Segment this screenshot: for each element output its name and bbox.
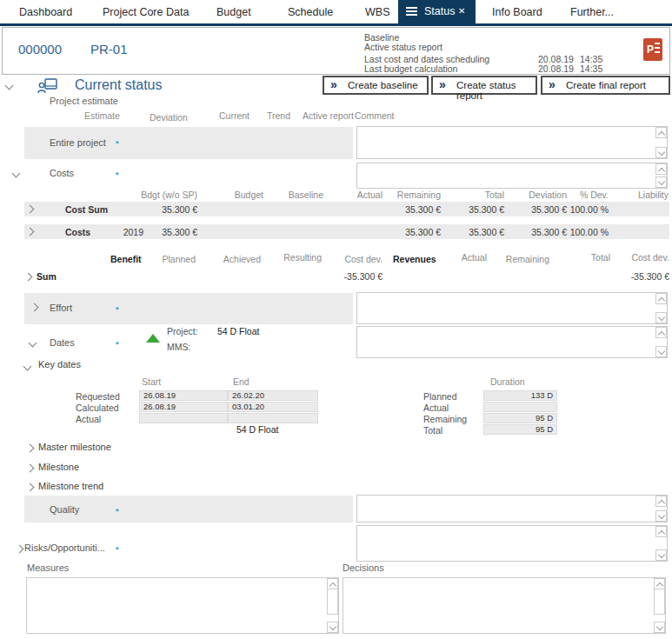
cost-sum-total: 35.300 €	[435, 204, 504, 215]
milestone-trend-label: Milestone trend	[38, 481, 103, 491]
cost-col-bdgt: Bdgt (w/o SP)	[128, 190, 197, 200]
tab-dashboard[interactable]: Dashboard	[19, 6, 72, 18]
actual-end-field[interactable]	[228, 413, 318, 423]
scroll-down-icon[interactable]	[655, 346, 667, 357]
scrollbar-thumb[interactable]	[654, 589, 665, 615]
total-duration-field: 95 D	[483, 424, 557, 435]
cost-sum-remaining: 35.300 €	[371, 204, 441, 215]
actual-duration-field	[483, 402, 557, 412]
measures-textarea[interactable]	[26, 577, 339, 634]
costs-label: Costs	[50, 168, 74, 178]
scroll-up-icon[interactable]	[655, 163, 667, 175]
total-duration-label: Total	[423, 425, 442, 436]
scroll-down-icon[interactable]	[655, 147, 667, 158]
master-milestone-expand-chevron-icon[interactable]	[26, 444, 35, 453]
remaining-duration-field: 95 D	[483, 413, 557, 423]
benefit-col-achieved: Achieved	[191, 254, 261, 264]
status-page: Dashboard Project Core Data Budget Sched…	[0, 0, 672, 639]
benefit-col-planned: Planned	[126, 254, 196, 264]
tab-status-active[interactable]: Status ✕	[398, 0, 476, 23]
sum-label: Sum	[37, 271, 57, 282]
budget-calc-label: Last budget calculation	[364, 63, 457, 74]
tab-budget[interactable]: Budget	[216, 6, 251, 18]
calculated-end-field[interactable]: 03.01.20	[228, 402, 318, 412]
costs-comment-textarea[interactable]	[356, 163, 668, 189]
cost-col-liability: Liability	[599, 190, 669, 200]
create-status-report-button[interactable]: » Create status report	[431, 76, 537, 95]
risks-label: Risks/Opportuniti...	[24, 542, 105, 553]
requested-end-field[interactable]: 26.02.20	[228, 390, 318, 401]
key-dates-col-start: Start	[142, 376, 161, 387]
benefit-col-actual: Actual	[417, 252, 487, 263]
tab-schedule[interactable]: Schedule	[288, 6, 333, 18]
col-comment: Comment	[355, 110, 395, 121]
master-milestone-label: Master milestone	[38, 442, 111, 452]
create-baseline-button[interactable]: » Create baseline	[323, 76, 429, 95]
double-chevron-icon: »	[330, 77, 337, 91]
calculated-label: Calculated	[76, 403, 119, 413]
scroll-up-icon[interactable]	[655, 293, 667, 304]
scroll-down-icon[interactable]	[655, 176, 667, 188]
tab-bar: Dashboard Project Core Data Budget Sched…	[0, 0, 672, 23]
powerpoint-icon[interactable]: P	[643, 38, 662, 61]
col-trend: Trend	[267, 110, 290, 121]
costs-collapse-chevron-icon[interactable]	[12, 170, 21, 178]
cost-col-total: Total	[435, 190, 504, 200]
quality-label: Quality	[50, 504, 79, 515]
cost-sum-bdgt: 35.300 €	[128, 204, 197, 215]
scroll-up-icon[interactable]	[655, 127, 667, 138]
actual-start-field[interactable]	[139, 413, 228, 423]
scroll-down-icon[interactable]	[654, 622, 665, 633]
actual-label: Actual	[76, 414, 101, 424]
project-id: PR-01	[90, 42, 128, 57]
scroll-down-icon[interactable]	[327, 622, 338, 633]
requested-start-field[interactable]: 26.08.19	[139, 390, 228, 401]
risks-comment-textarea[interactable]	[356, 525, 668, 562]
tab-wbs[interactable]: WBS	[365, 6, 389, 18]
benefit-col-resulting: Resulting	[252, 252, 322, 263]
scroll-down-icon[interactable]	[655, 312, 667, 323]
key-dates-collapse-chevron-icon[interactable]	[23, 363, 32, 371]
milestone-trend-expand-chevron-icon[interactable]	[26, 483, 35, 492]
section-collapse-chevron-icon[interactable]	[5, 82, 14, 90]
dates-mms-label: MMS:	[167, 342, 190, 352]
close-icon[interactable]: ✕	[458, 6, 465, 16]
create-final-report-button[interactable]: » Create final report	[541, 76, 670, 95]
tab-status-label: Status	[424, 5, 455, 17]
dates-collapse-chevron-icon[interactable]	[29, 339, 37, 348]
dates-comment-textarea[interactable]	[356, 326, 668, 358]
decisions-label: Decisions	[343, 562, 384, 573]
tab-project-core-data[interactable]: Project Core Data	[103, 6, 189, 18]
scroll-down-icon[interactable]	[655, 510, 667, 522]
tab-bar-underline	[0, 23, 672, 26]
tab-further[interactable]: Further...	[570, 6, 614, 18]
effort-band	[24, 293, 353, 324]
dates-project-label: Project:	[167, 326, 198, 336]
scroll-up-icon[interactable]	[655, 496, 667, 507]
scroll-up-icon[interactable]	[655, 526, 667, 537]
benefit-cost-dev-value: -35.300 €	[313, 271, 383, 282]
benefit-col-cost-dev-2: Cost dev.	[600, 252, 669, 263]
required-marker: *	[116, 139, 119, 148]
scroll-up-icon[interactable]	[655, 327, 667, 338]
quality-comment-textarea[interactable]	[356, 495, 668, 523]
milestone-label: Milestone	[38, 462, 79, 472]
col-estimate: Estimate	[84, 110, 120, 121]
sum-expand-chevron-icon[interactable]	[24, 273, 33, 282]
benefit-col-remaining: Remaining	[480, 254, 549, 264]
benefit-col-cost-dev: Cost dev.	[313, 254, 383, 264]
hamburger-icon[interactable]	[406, 7, 417, 16]
required-marker: *	[116, 545, 119, 554]
risks-expand-chevron-icon[interactable]	[16, 545, 24, 554]
scroll-down-icon[interactable]	[655, 549, 667, 561]
costs-pct-dev: 100.00 %	[539, 227, 609, 237]
entire-project-comment-textarea[interactable]	[356, 126, 668, 159]
scrollbar-thumb[interactable]	[327, 589, 338, 615]
cost-sum-label: Cost Sum	[65, 204, 108, 215]
double-chevron-icon: »	[549, 77, 556, 91]
calculated-start-field[interactable]: 26.08.19	[139, 402, 228, 412]
effort-comment-textarea[interactable]	[356, 292, 668, 324]
decisions-textarea[interactable]	[343, 577, 666, 634]
tab-info-board[interactable]: Info Board	[492, 6, 542, 18]
milestone-expand-chevron-icon[interactable]	[26, 464, 35, 473]
